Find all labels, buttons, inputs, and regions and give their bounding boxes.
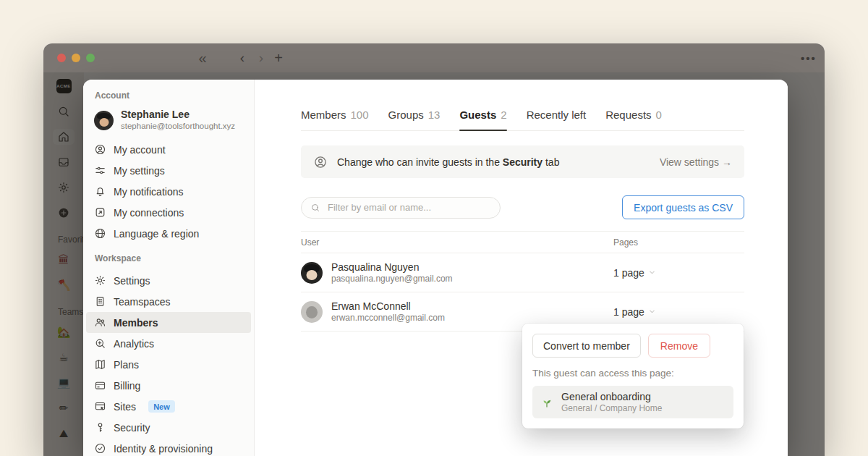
sidebar-item-language-region[interactable]: Language & region (86, 223, 251, 244)
tab-recently-left[interactable]: Recently left (527, 109, 587, 130)
zoom-plus-icon (94, 337, 106, 350)
tab-label: Requests (605, 109, 651, 121)
sidebar-item-label: Billing (114, 380, 140, 392)
guest-email: pasqualina.nguyen@gmail.com (331, 274, 453, 284)
sidebar-item-settings[interactable]: Settings (86, 270, 251, 291)
sidebar-item-my-account[interactable]: My account (86, 139, 251, 160)
minimize-window-button[interactable] (72, 54, 80, 62)
key-icon (94, 421, 106, 434)
tab-label: Groups (388, 109, 424, 121)
sidebar-item-label: My notifications (114, 186, 183, 198)
popover-caption: This guest can access this page: (532, 368, 733, 379)
guest-name: Erwan McConnell (331, 300, 445, 313)
search-input[interactable] (326, 201, 496, 214)
window-titlebar: « ‹ › + ••• (43, 43, 825, 72)
sidebar-item-label: Sites (114, 401, 136, 413)
sidebar-item-plans[interactable]: Plans (86, 354, 251, 375)
sidebar-item-analytics[interactable]: Analytics (86, 333, 251, 354)
accessible-page-item[interactable]: General onboarding General / Company Hom… (532, 386, 733, 418)
tab-members[interactable]: Members 100 (301, 109, 369, 130)
guest-email: erwan.mcconnell@gmail.com (331, 313, 445, 324)
workspace-section-label: Workspace (83, 253, 254, 264)
pages-dropdown[interactable]: 1 page (613, 306, 744, 318)
chevron-down-icon (648, 269, 656, 276)
chevron-down-icon (648, 308, 656, 316)
sidebar-item-label: My account (114, 144, 166, 156)
close-window-button[interactable] (57, 54, 66, 62)
page: { "titlebar": { "collapse_icon": "«", "b… (0, 0, 868, 456)
remove-guest-button[interactable]: Remove (648, 334, 710, 358)
table-row: Pasqualina Nguyen pasqualina.nguyen@gmai… (301, 253, 744, 292)
credit-card-icon (94, 379, 106, 392)
tab-count: 2 (501, 109, 506, 121)
tab-count: 13 (428, 109, 441, 121)
guest-name: Pasqualina Nguyen (331, 261, 453, 274)
export-guests-csv-button[interactable]: Export guests as CSV (622, 195, 744, 219)
pages-dropdown[interactable]: 1 page (613, 267, 744, 279)
avatar (94, 111, 114, 130)
account-user[interactable]: Stephanie Lee stephanie@toolsforthought.… (83, 109, 254, 132)
sidebar-item-teamspaces[interactable]: Teamspaces (86, 291, 251, 312)
bell-icon (94, 185, 106, 198)
sidebar-item-label: My connections (114, 207, 184, 219)
tab-label: Guests (459, 109, 496, 121)
back-icon[interactable]: ‹ (234, 43, 251, 72)
page-title: General onboarding (561, 390, 662, 403)
banner-text: Change who can invite guests in the Secu… (337, 156, 559, 168)
sidebar-item-my-connections[interactable]: My connections (86, 202, 251, 223)
more-options-icon[interactable]: ••• (794, 43, 823, 72)
sidebar-item-sites[interactable]: Sites New (86, 396, 251, 417)
globe-icon (94, 227, 106, 240)
sprout-icon (540, 396, 553, 409)
traffic-lights (57, 54, 95, 62)
page-breadcrumb: General / Company Home (561, 403, 662, 414)
tab-label: Recently left (527, 109, 587, 121)
members-settings-panel: Members 100 Groups 13 Guests 2 Recently … (255, 80, 788, 456)
sidebar-item-billing[interactable]: Billing (86, 375, 251, 396)
view-settings-link[interactable]: View settings → (660, 156, 732, 168)
sidebar-item-identity-provisioning[interactable]: Identity & provisioning (86, 438, 251, 456)
tab-groups[interactable]: Groups 13 (388, 109, 441, 130)
settings-sidebar: Account Stephanie Lee stephanie@toolsfor… (83, 80, 255, 456)
column-header-pages: Pages (613, 237, 744, 248)
tab-requests[interactable]: Requests 0 (605, 109, 662, 130)
tab-label: Members (301, 109, 346, 121)
zoom-window-button[interactable] (86, 54, 95, 62)
forward-icon[interactable]: › (252, 43, 270, 72)
new-tab-icon[interactable]: + (270, 43, 287, 72)
sidebar-item-my-settings[interactable]: My settings (86, 160, 251, 181)
pages-count: 1 page (613, 306, 644, 318)
sidebar-item-label: Settings (114, 275, 150, 287)
guest-pages-popover: Convert to member Remove This guest can … (522, 324, 744, 428)
members-tabs: Members 100 Groups 13 Guests 2 Recently … (301, 109, 744, 131)
arrow-out-icon (94, 206, 106, 219)
sidebar-item-label: Security (114, 422, 150, 434)
settings-modal: Account Stephanie Lee stephanie@toolsfor… (83, 80, 788, 456)
sidebar-item-label: Members (114, 317, 158, 329)
account-user-email: stephanie@toolsforthought.xyz (121, 121, 235, 132)
shield-check-icon (94, 442, 106, 455)
table-header: User Pages (301, 231, 744, 253)
browser-icon (94, 400, 106, 413)
sidebar-item-label: Analytics (114, 338, 154, 350)
convert-to-member-button[interactable]: Convert to member (532, 334, 641, 358)
account-user-name: Stephanie Lee (121, 109, 235, 121)
sidebar-item-my-notifications[interactable]: My notifications (86, 181, 251, 202)
sliders-icon (94, 164, 106, 177)
sidebar-item-label: Teamspaces (114, 296, 171, 308)
members-icon (94, 316, 106, 329)
avatar (301, 301, 323, 323)
sidebar-item-security[interactable]: Security (86, 417, 251, 438)
sidebar-item-label: Identity & provisioning (114, 443, 213, 455)
sidebar-collapse-icon[interactable]: « (194, 43, 211, 72)
guest-filter-search[interactable] (301, 197, 501, 219)
sidebar-item-label: Plans (114, 359, 139, 371)
tab-guests[interactable]: Guests 2 (459, 109, 506, 130)
avatar (301, 262, 323, 284)
account-section-label: Account (83, 90, 254, 101)
tab-count: 0 (656, 109, 662, 121)
sidebar-item-label: My settings (114, 165, 165, 177)
sidebar-item-label: Language & region (114, 228, 199, 240)
sidebar-item-members[interactable]: Members (86, 312, 251, 333)
user-circle-icon (94, 143, 106, 156)
